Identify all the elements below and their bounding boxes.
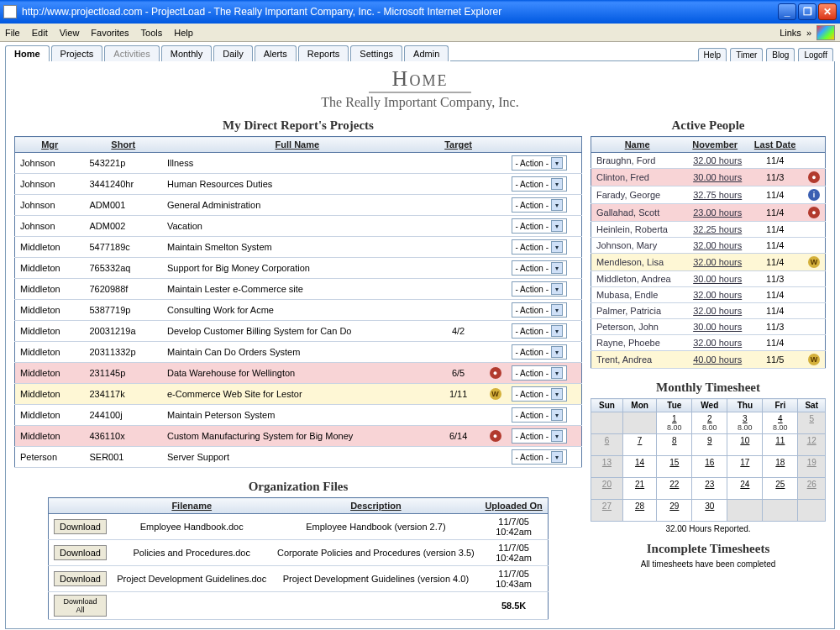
people-name[interactable]: Mendleson, Lisa [591,254,684,271]
cal-cell[interactable]: 5 [798,412,826,434]
files-header-filename[interactable]: Filename [112,498,272,514]
cal-cell[interactable]: 11 [763,434,798,456]
cal-cell[interactable]: 26 [798,478,826,500]
cal-day-number[interactable]: 25 [766,480,794,489]
download-button[interactable]: Download [54,519,107,534]
project-action-select[interactable]: - Action -▾ [512,197,567,213]
cal-cell[interactable]: 18 [763,456,798,478]
cal-day-number[interactable]: 26 [801,480,822,489]
people-header-month[interactable]: November [683,137,747,153]
cal-day-number[interactable]: 14 [627,458,653,467]
nav-timer-button[interactable]: Timer [730,48,763,61]
people-hours[interactable]: 23.00 hours [683,204,747,222]
people-name[interactable]: Mubasa, Endle [591,287,684,303]
project-action-select[interactable]: - Action -▾ [512,344,567,360]
links-chevron-icon[interactable]: » [806,28,811,38]
people-hours[interactable]: 40.00 hours [683,351,747,369]
tab-projects[interactable]: Projects [51,45,103,61]
menu-view[interactable]: View [60,28,80,38]
cal-day-number[interactable]: 17 [731,458,759,467]
people-name[interactable]: Rayne, Phoebe [591,335,684,351]
cal-cell[interactable]: 14 [622,456,656,478]
cal-day-number[interactable]: 16 [696,458,723,467]
minimize-button[interactable]: _ [778,3,796,20]
cal-cell[interactable]: 21 [622,478,656,500]
people-hours[interactable]: 32.25 hours [683,222,747,238]
people-name[interactable]: Braughn, Ford [591,153,684,169]
files-header-description[interactable]: Description [272,498,480,514]
tab-admin[interactable]: Admin [404,45,449,61]
menu-tools[interactable]: Tools [141,28,163,38]
cal-day-number[interactable]: 20 [595,480,619,489]
cal-cell[interactable]: 6 [591,434,623,456]
cal-day-number[interactable]: 11 [766,436,794,445]
people-name[interactable]: Farady, George [591,186,684,204]
cal-cell[interactable]: 25 [763,478,798,500]
cal-day-number[interactable]: 18 [766,458,794,467]
projects-header-full[interactable]: Full Name [162,137,433,153]
cal-day-number[interactable]: 30 [696,501,723,511]
people-name[interactable]: Gallahad, Scott [591,204,684,222]
people-hours[interactable]: 32.00 hours [683,303,747,319]
people-hours[interactable]: 30.00 hours [683,271,747,287]
links-label[interactable]: Links [780,28,801,38]
people-name[interactable]: Clinton, Fred [591,169,684,186]
download-button[interactable]: Download [54,571,107,586]
cal-day-number[interactable]: 2 [696,414,723,423]
people-hours[interactable]: 32.00 hours [683,335,747,351]
projects-header-target[interactable]: Target [433,137,485,153]
nav-logoff-button[interactable]: Logoff [798,48,833,61]
download-all-button[interactable]: Download All [54,595,107,617]
cal-cell[interactable]: 48.00 [763,412,798,434]
cal-cell[interactable]: 23 [692,478,727,500]
project-action-select[interactable]: - Action -▾ [512,386,567,402]
cal-cell[interactable]: 16 [692,456,727,478]
menu-help[interactable]: Help [174,28,193,38]
cal-day-number[interactable]: 5 [801,414,822,423]
people-hours[interactable]: 32.00 hours [683,287,747,303]
people-name[interactable]: Peterson, John [591,319,684,335]
cal-cell[interactable]: 22 [657,478,692,500]
project-action-select[interactable]: - Action -▾ [512,281,567,297]
cal-cell[interactable]: 10 [727,434,763,456]
cal-cell[interactable]: 28.00 [692,412,727,434]
cal-day-number[interactable]: 22 [660,480,688,489]
cal-cell[interactable]: 28 [622,500,656,522]
cal-day-number[interactable]: 21 [627,480,653,489]
cal-day-number[interactable]: 8 [660,436,688,445]
cal-cell[interactable]: 18.00 [657,412,692,434]
projects-header-mgr[interactable]: Mgr [15,137,85,153]
project-action-select[interactable]: - Action -▾ [512,365,567,381]
cal-cell[interactable]: 17 [727,456,763,478]
cal-day-number[interactable]: 19 [801,458,822,467]
cal-day-number[interactable]: 9 [696,436,723,445]
cal-cell[interactable]: 15 [657,456,692,478]
people-hours[interactable]: 30.00 hours [683,169,747,186]
cal-day-number[interactable]: 13 [595,458,619,467]
cal-day-number[interactable]: 7 [627,436,653,445]
project-action-select[interactable]: - Action -▾ [512,428,567,444]
cal-cell[interactable]: 29 [657,500,692,522]
cal-day-number[interactable]: 29 [660,501,688,511]
projects-header-short[interactable]: Short [85,137,162,153]
menu-favorites[interactable]: Favorites [91,28,129,38]
project-action-select[interactable]: - Action -▾ [512,155,567,171]
cal-day-number[interactable]: 6 [595,436,619,445]
download-button[interactable]: Download [54,545,107,560]
people-name[interactable]: Johnson, Mary [591,238,684,254]
cal-day-number[interactable]: 24 [731,480,759,489]
people-hours[interactable]: 32.00 hours [683,238,747,254]
project-action-select[interactable]: - Action -▾ [512,407,567,423]
cal-cell[interactable]: 12 [798,434,826,456]
cal-cell[interactable]: 19 [798,456,826,478]
cal-cell[interactable]: 8 [657,434,692,456]
nav-help-button[interactable]: Help [698,48,727,61]
cal-day-number[interactable]: 12 [801,436,822,445]
people-name[interactable]: Middleton, Andrea [591,271,684,287]
people-name[interactable]: Trent, Andrea [591,351,684,369]
project-action-select[interactable]: - Action -▾ [512,449,567,465]
cal-day-number[interactable]: 10 [731,436,759,445]
cal-day-number[interactable]: 4 [766,414,794,423]
cal-day-number[interactable]: 1 [660,414,688,423]
project-action-select[interactable]: - Action -▾ [512,323,567,339]
